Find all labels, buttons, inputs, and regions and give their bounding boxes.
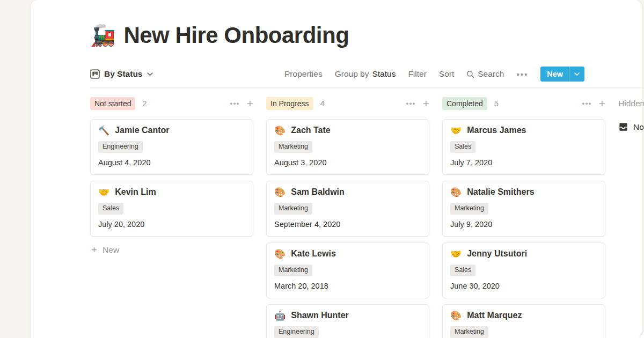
card-name: Kate Lewis — [291, 249, 336, 259]
column-header: Not started 2 ••• + — [90, 97, 253, 110]
hidden-group-label: No Status — [633, 122, 644, 132]
column-add-icon[interactable]: + — [599, 98, 605, 109]
column-add-icon[interactable]: + — [247, 98, 253, 109]
card-date: July 20, 2020 — [98, 220, 245, 229]
card-name: Jamie Cantor — [115, 126, 169, 135]
new-button[interactable]: New — [540, 67, 584, 82]
board-column-in-progress: In Progress 4 ••• + 🎨 Zach Tate Marketin… — [266, 97, 429, 338]
department-tag: Marketing — [450, 203, 488, 215]
department-tag: Engineering — [274, 326, 319, 338]
add-card-label: New — [103, 245, 119, 255]
group-by-label: Group by — [335, 69, 369, 79]
palette-icon: 🎨 — [274, 188, 286, 197]
card-kevin-lim[interactable]: 🤝 Kevin Lim Sales July 20, 2020 — [90, 181, 253, 237]
card-sam-baldwin[interactable]: 🎨 Sam Baldwin Marketing September 4, 202… — [266, 181, 429, 237]
status-badge[interactable]: Completed — [442, 97, 487, 110]
department-tag: Marketing — [274, 141, 312, 153]
card-natalie-smithers[interactable]: 🎨 Natalie Smithers Marketing July 9, 202… — [442, 181, 605, 237]
card-date: July 9, 2020 — [450, 220, 597, 229]
card-date: August 4, 2020 — [98, 158, 245, 167]
department-tag: Sales — [450, 264, 475, 276]
add-card-button[interactable]: + New — [90, 243, 253, 257]
department-tag: Sales — [98, 203, 123, 215]
card-date: September 4, 2020 — [274, 220, 421, 229]
properties-button[interactable]: Properties — [284, 69, 323, 79]
search-label: Search — [478, 69, 504, 79]
chevron-down-icon — [147, 72, 153, 76]
hammer-icon: 🔨 — [98, 126, 109, 135]
card-shawn-hunter[interactable]: 🤖 Shawn Hunter Engineering — [266, 304, 429, 338]
card-name: Marcus James — [467, 126, 526, 135]
inbox-tray-icon — [618, 122, 628, 132]
department-tag: Engineering — [98, 141, 143, 153]
card-name: Matt Marquez — [467, 311, 522, 320]
column-count: 2 — [142, 99, 147, 108]
handshake-icon: 🤝 — [450, 126, 462, 135]
view-switcher[interactable]: By Status — [90, 69, 153, 79]
card-marcus-james[interactable]: 🤝 Marcus James Sales July 7, 2020 — [442, 119, 605, 175]
sort-button[interactable]: Sort — [439, 69, 454, 79]
handshake-icon: 🤝 — [450, 249, 462, 259]
palette-icon: 🎨 — [274, 249, 286, 259]
board-column-completed: Completed 5 ••• + 🤝 Marcus James Sales J… — [442, 97, 605, 338]
filter-button[interactable]: Filter — [408, 69, 426, 79]
column-count: 5 — [494, 99, 499, 108]
palette-icon: 🎨 — [450, 188, 462, 197]
card-name: Kevin Lim — [115, 187, 156, 197]
view-name: By Status — [104, 69, 143, 79]
card-date: June 30, 2020 — [450, 282, 597, 290]
column-more-icon[interactable]: ••• — [230, 100, 240, 108]
card-name: Jenny Utsutori — [467, 249, 527, 259]
department-tag: Marketing — [450, 326, 488, 338]
card-date: July 7, 2020 — [450, 158, 597, 167]
card-jenny-utsutori[interactable]: 🤝 Jenny Utsutori Sales June 30, 2020 — [442, 243, 605, 298]
page-title-row: 🚂 New Hire Onboarding — [90, 23, 349, 48]
search-button[interactable]: Search — [466, 69, 504, 79]
toolbar-actions: Properties Group by Status Filter Sort S… — [284, 67, 584, 82]
page-title: New Hire Onboarding — [123, 23, 349, 48]
department-tag: Marketing — [274, 264, 312, 276]
hidden-columns-section: Hidden columns No Status — [618, 97, 644, 338]
palette-icon: 🎨 — [274, 126, 286, 135]
group-by-value: Status — [372, 69, 396, 79]
card-kate-lewis[interactable]: 🎨 Kate Lewis Marketing March 20, 2018 — [266, 243, 429, 298]
card-name: Natalie Smithers — [467, 187, 534, 197]
toolbar-divider — [90, 87, 642, 87]
group-by-button[interactable]: Group by Status — [335, 69, 396, 79]
search-icon — [466, 70, 474, 78]
card-date: March 20, 2018 — [274, 282, 421, 290]
hidden-group-no-status[interactable]: No Status — [618, 122, 644, 132]
palette-icon: 🎨 — [450, 311, 462, 320]
column-more-icon[interactable]: ••• — [406, 100, 416, 108]
handshake-icon: 🤝 — [98, 188, 109, 197]
card-name: Sam Baldwin — [291, 187, 345, 197]
column-header: In Progress 4 ••• + — [266, 97, 429, 110]
department-tag: Sales — [450, 141, 475, 153]
more-options-icon[interactable]: ••• — [516, 70, 528, 79]
plus-icon: + — [91, 245, 97, 255]
card-matt-marquez[interactable]: 🎨 Matt Marquez Marketing — [442, 304, 605, 338]
card-name: Zach Tate — [291, 126, 331, 135]
new-button-chevron-icon[interactable] — [569, 67, 584, 82]
database-toolbar: By Status Properties Group by Status Fil… — [90, 65, 584, 83]
column-count: 4 — [320, 99, 325, 108]
card-zach-tate[interactable]: 🎨 Zach Tate Marketing August 3, 2020 — [266, 119, 429, 175]
hidden-columns-toggle[interactable]: Hidden columns — [618, 97, 644, 110]
board-view-icon — [90, 69, 100, 79]
robot-icon: 🤖 — [274, 311, 286, 320]
department-tag: Marketing — [274, 203, 312, 215]
column-more-icon[interactable]: ••• — [582, 100, 592, 108]
page-canvas: 🚂 New Hire Onboarding By Status Properti… — [31, 0, 642, 338]
card-date: August 3, 2020 — [274, 158, 421, 167]
status-badge[interactable]: Not started — [90, 97, 135, 110]
locomotive-icon: 🚂 — [90, 25, 115, 46]
card-name: Shawn Hunter — [291, 311, 349, 320]
kanban-board: Not started 2 ••• + 🔨 Jamie Cantor Engin… — [90, 97, 644, 338]
status-badge[interactable]: In Progress — [266, 97, 313, 110]
column-header: Completed 5 ••• + — [442, 97, 605, 110]
board-column-not-started: Not started 2 ••• + 🔨 Jamie Cantor Engin… — [90, 97, 253, 338]
column-add-icon[interactable]: + — [423, 98, 429, 109]
card-jamie-cantor[interactable]: 🔨 Jamie Cantor Engineering August 4, 202… — [90, 119, 253, 175]
new-button-label: New — [540, 67, 569, 82]
